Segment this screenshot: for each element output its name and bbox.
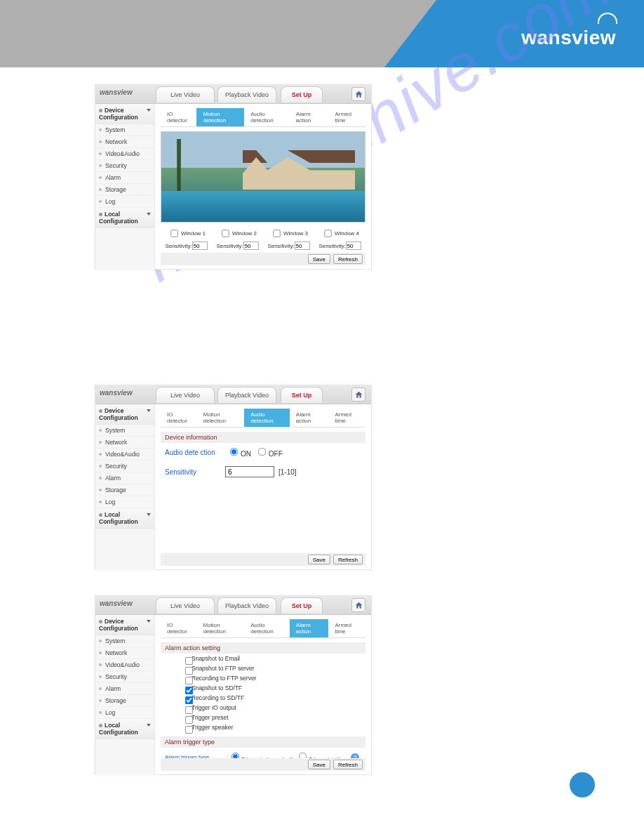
- subtab-motion-detection[interactable]: Motion detection: [196, 409, 244, 427]
- sidebar-item-system[interactable]: System: [95, 425, 154, 437]
- alarm-checkbox-7[interactable]: [185, 726, 193, 734]
- video-preview[interactable]: [161, 131, 365, 223]
- alarm-check-label: Snapshot to FTP server: [192, 665, 255, 672]
- sidebar-group-local[interactable]: Local Configuration: [95, 719, 154, 739]
- sidebar-item-system[interactable]: System: [95, 124, 154, 136]
- subtabs: IO detector Motion detection Audio detec…: [161, 619, 365, 638]
- section-alarm-trigger-type: Alarm trigger type: [161, 736, 365, 748]
- alarm-check-6: Trigger preset: [161, 713, 365, 722]
- home-icon[interactable]: [351, 598, 365, 612]
- sidebar-item-system[interactable]: System: [95, 635, 154, 647]
- subtab-alarm-action[interactable]: Alarm action: [290, 619, 329, 637]
- sidebar-item-log[interactable]: Log: [95, 496, 154, 508]
- radio-audio-off[interactable]: [257, 448, 266, 456]
- subtab-audio-detection[interactable]: Audio detection: [244, 409, 290, 427]
- alarm-check-label: Trigger speaker: [192, 724, 233, 731]
- app-logo: wansview: [100, 600, 133, 607]
- sidebar-item-alarm[interactable]: Alarm: [95, 172, 154, 184]
- sens3-input[interactable]: [295, 241, 310, 250]
- sidebar-item-storage[interactable]: Storage: [95, 695, 154, 707]
- section-device-info: Device information: [161, 432, 365, 443]
- tab-set-up[interactable]: Set Up: [281, 597, 323, 614]
- alarm-check-label: Snapshot to Email: [192, 655, 240, 662]
- subtab-motion-detection[interactable]: Motion detection: [196, 108, 244, 126]
- sidebar-item-storage[interactable]: Storage: [95, 484, 154, 496]
- subtab-alarm-action[interactable]: Alarm action: [290, 108, 329, 126]
- sidebar-item-alarm[interactable]: Alarm: [95, 472, 154, 484]
- sidebar-item-security[interactable]: Security: [95, 160, 154, 172]
- sidebar-item-network[interactable]: Network: [95, 136, 154, 148]
- sens1-input[interactable]: [192, 241, 208, 250]
- sens4-input[interactable]: [346, 241, 361, 250]
- alarm-check-label: Trigger IO output: [192, 704, 236, 711]
- panel-motion-detection: wansview Live Video Playback Video Set U…: [95, 84, 372, 270]
- preview-roof: [243, 150, 355, 163]
- sidebar-group-device[interactable]: Device Configuration: [95, 404, 154, 425]
- save-button[interactable]: Save: [308, 555, 330, 564]
- sens2-input[interactable]: [243, 241, 259, 250]
- sidebar-item-alarm[interactable]: Alarm: [95, 683, 154, 695]
- subtab-audio-detection[interactable]: Audio detection: [244, 108, 290, 126]
- alarm-check-label: Recording to FTP server: [192, 675, 256, 682]
- sensitivity-hint: [1-10]: [279, 468, 297, 476]
- sensitivity-row: Sensitivity: Sensitivity: Sensitivity: S…: [161, 241, 365, 250]
- sidebar-group-local[interactable]: Local Configuration: [95, 508, 154, 529]
- sidebar-item-log[interactable]: Log: [95, 196, 154, 208]
- subtab-io-detector[interactable]: IO detector: [161, 619, 196, 637]
- subtab-io-detector[interactable]: IO detector: [161, 409, 196, 427]
- tab-live-video[interactable]: Live Video: [156, 597, 215, 614]
- sidebar-item-storage[interactable]: Storage: [95, 184, 154, 196]
- save-button[interactable]: Save: [308, 760, 330, 769]
- subtab-armed-time[interactable]: Armed time: [328, 409, 365, 427]
- tab-live-video[interactable]: Live Video: [156, 86, 215, 102]
- home-icon[interactable]: [351, 388, 365, 402]
- tab-playback-video[interactable]: Playback Video: [217, 597, 276, 614]
- home-icon[interactable]: [351, 87, 365, 101]
- sidebar-group-device[interactable]: Device Configuration: [95, 615, 154, 635]
- alarm-check-2: Recording to FTP server: [161, 673, 365, 683]
- radio-audio-on[interactable]: [230, 448, 239, 456]
- subtabs: IO detector Motion detection Audio detec…: [161, 409, 365, 428]
- tab-playback-video[interactable]: Playback Video: [217, 387, 276, 403]
- refresh-button[interactable]: Refresh: [333, 254, 363, 264]
- section-alarm-action: Alarm action setting: [161, 642, 365, 654]
- subtab-motion-detection[interactable]: Motion detection: [196, 619, 244, 637]
- subtab-armed-time[interactable]: Armed time: [328, 619, 365, 637]
- row-audio-detection: Audio dete ction ON OFF: [161, 443, 365, 462]
- alarm-check-label: Recording to SD/TF: [192, 694, 244, 701]
- app-header: wansview Live Video Playback Video Set U…: [95, 85, 371, 104]
- alarm-check-0: Snapshot to Email: [161, 654, 365, 663]
- sensitivity-input[interactable]: [225, 466, 274, 477]
- app-logo: wansview: [100, 88, 133, 96]
- label-audio-detection: Audio dete ction: [165, 449, 225, 456]
- window3-checkbox[interactable]: [273, 230, 280, 237]
- alarm-check-7: Trigger speaker: [161, 722, 365, 732]
- sidebar-group-local[interactable]: Local Configuration: [95, 208, 154, 228]
- sidebar-item-security[interactable]: Security: [95, 461, 154, 472]
- window2-checkbox[interactable]: [222, 230, 229, 237]
- window-checkbox-row: Window 1 Window 2 Window 3 Window 4: [161, 227, 365, 240]
- window4-checkbox[interactable]: [324, 230, 331, 237]
- subtab-io-detector[interactable]: IO detector: [161, 108, 196, 126]
- sidebar-item-log[interactable]: Log: [95, 707, 154, 719]
- sidebar: Device Configuration System Network Vide…: [95, 404, 155, 570]
- window1-checkbox[interactable]: [170, 230, 177, 237]
- tab-live-video[interactable]: Live Video: [156, 387, 215, 403]
- sidebar-item-security[interactable]: Security: [95, 671, 154, 683]
- sidebar-item-video-audio[interactable]: Video&Audio: [95, 659, 154, 671]
- subtab-alarm-action[interactable]: Alarm action: [290, 409, 329, 427]
- tab-set-up[interactable]: Set Up: [281, 387, 323, 403]
- sidebar-item-video-audio[interactable]: Video&Audio: [95, 449, 154, 461]
- subtabs: IO detector Motion detection Audio detec…: [161, 108, 365, 127]
- sidebar-item-video-audio[interactable]: Video&Audio: [95, 148, 154, 160]
- refresh-button[interactable]: Refresh: [333, 555, 363, 564]
- tab-set-up[interactable]: Set Up: [281, 86, 323, 102]
- subtab-audio-detection[interactable]: Audio detection: [244, 619, 290, 637]
- save-button[interactable]: Save: [308, 254, 330, 264]
- refresh-button[interactable]: Refresh: [333, 760, 363, 769]
- tab-playback-video[interactable]: Playback Video: [217, 86, 276, 102]
- subtab-armed-time[interactable]: Armed time: [328, 108, 365, 126]
- sidebar-item-network[interactable]: Network: [95, 647, 154, 659]
- sidebar-item-network[interactable]: Network: [95, 437, 154, 449]
- sidebar-group-device[interactable]: Device Configuration: [95, 104, 154, 124]
